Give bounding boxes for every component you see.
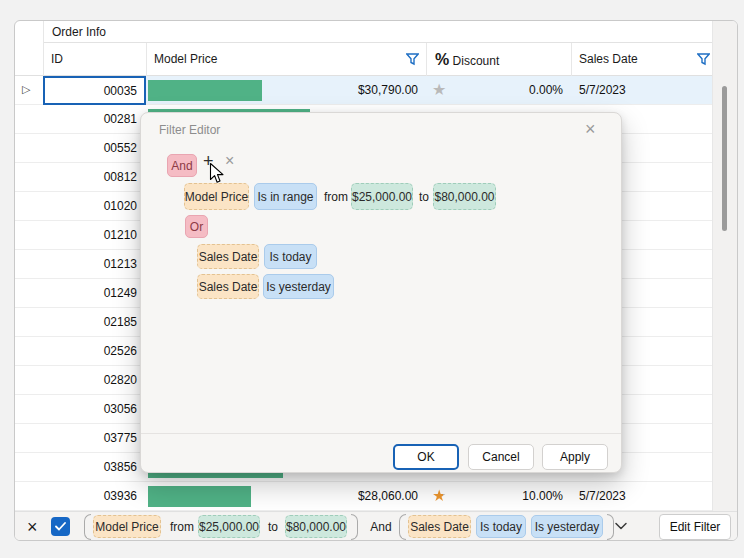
- cell-discount: 10.00%: [426, 482, 571, 510]
- apply-button[interactable]: Apply: [542, 444, 608, 470]
- filter-field-pill[interactable]: Model Price: [93, 515, 161, 538]
- filter-operator-pill[interactable]: Is yesterday: [531, 515, 603, 538]
- column-header-sales-date[interactable]: Sales Date: [579, 43, 638, 76]
- column-header-id[interactable]: ID: [51, 43, 63, 76]
- cell-date: 5/7/2023: [571, 76, 712, 104]
- band-header-label: Order Info: [52, 25, 106, 39]
- dialog-title: Filter Editor: [159, 123, 220, 137]
- condition-text: from: [324, 183, 348, 210]
- filter-enabled-checkbox[interactable]: [51, 517, 70, 536]
- cell-id: 03936: [43, 482, 146, 510]
- cell-id: 00281: [43, 105, 146, 133]
- condition-operator-pill[interactable]: Is yesterday: [263, 274, 334, 299]
- focused-cell[interactable]: 00035: [43, 76, 146, 105]
- close-filter-icon[interactable]: ×: [27, 514, 38, 540]
- group-bracket: [84, 514, 91, 540]
- filter-panel: × Model Price from $25,000.00 to $80,000…: [15, 511, 737, 541]
- cell-id: 02820: [43, 366, 146, 394]
- table-row[interactable]: 03936 $28,060.00 ★ 10.00% 5/7/2023: [15, 482, 712, 511]
- column-header-model-price[interactable]: Model Price: [154, 43, 217, 76]
- cell-id: 03056: [43, 395, 146, 423]
- ok-button[interactable]: OK: [393, 444, 459, 470]
- column-header-row: ID Model Price % Discount Sales Date: [15, 43, 712, 76]
- filter-value-pill[interactable]: $25,000.00: [198, 515, 260, 538]
- filter-text: to: [264, 512, 282, 541]
- close-icon[interactable]: ×: [585, 117, 596, 141]
- cell-id: 00812: [43, 163, 146, 191]
- vertical-scrollbar-thumb[interactable]: [722, 86, 727, 231]
- cell-id: 02526: [43, 337, 146, 365]
- cell-id: 03775: [43, 424, 146, 452]
- filter-icon[interactable]: [697, 53, 710, 66]
- app-window: Order Info ID Model Price % Discount Sal…: [0, 0, 744, 558]
- row-indicator-icon: ▷: [22, 83, 30, 96]
- mouse-cursor: [209, 162, 226, 185]
- band-header[interactable]: Order Info: [43, 21, 712, 43]
- cell-id: 01249: [43, 279, 146, 307]
- filter-value-pill[interactable]: $80,000.00: [285, 515, 347, 538]
- table-row[interactable]: ▷ $30,790.00 ★ 0.00% 5/7/2023 00035: [15, 76, 712, 105]
- filter-text: from: [167, 512, 197, 541]
- condition-operator-pill[interactable]: Is in range: [254, 183, 317, 210]
- cell-id: 01213: [43, 250, 146, 278]
- cell-discount: 0.00%: [426, 76, 571, 104]
- group-operator-pill[interactable]: Or: [185, 215, 208, 238]
- cell-id: 02185: [43, 308, 146, 336]
- cell-id: 00552: [43, 134, 146, 162]
- group-bracket: [399, 514, 406, 540]
- percent-icon: %: [435, 51, 449, 68]
- remove-condition-icon[interactable]: ×: [225, 152, 234, 170]
- condition-text: to: [417, 183, 431, 210]
- cell-id: 01210: [43, 221, 146, 249]
- condition-value-pill[interactable]: $80,000.00: [433, 183, 496, 210]
- filter-operator-pill[interactable]: Is today: [476, 515, 526, 538]
- edit-filter-button[interactable]: Edit Filter: [659, 514, 731, 540]
- cell-id: 01020: [43, 192, 146, 220]
- cell-price: $30,790.00: [146, 76, 426, 104]
- column-header-discount[interactable]: % Discount: [435, 43, 499, 76]
- chevron-down-icon[interactable]: [614, 521, 628, 531]
- condition-field-pill[interactable]: Model Price: [184, 183, 249, 210]
- condition-value-pill[interactable]: $25,000.00: [351, 183, 413, 210]
- dialog-footer-divider: [141, 433, 621, 434]
- filter-field-pill[interactable]: Sales Date: [408, 515, 471, 538]
- condition-field-pill[interactable]: Sales Date: [197, 244, 259, 269]
- condition-field-pill[interactable]: Sales Date: [197, 274, 259, 299]
- cell-id: 00035: [45, 77, 146, 105]
- check-icon: [55, 522, 66, 531]
- filter-icon[interactable]: [406, 53, 419, 66]
- cancel-button[interactable]: Cancel: [468, 444, 534, 470]
- cell-date: 5/7/2023: [571, 482, 712, 510]
- cell-price: $28,060.00: [146, 482, 426, 510]
- condition-operator-pill[interactable]: Is today: [264, 244, 317, 269]
- group-bracket: [607, 514, 614, 540]
- group-bracket: [351, 514, 358, 540]
- root-operator-pill[interactable]: And: [167, 154, 197, 177]
- filter-operator-text: And: [365, 512, 397, 541]
- cell-id: 03856: [43, 453, 146, 481]
